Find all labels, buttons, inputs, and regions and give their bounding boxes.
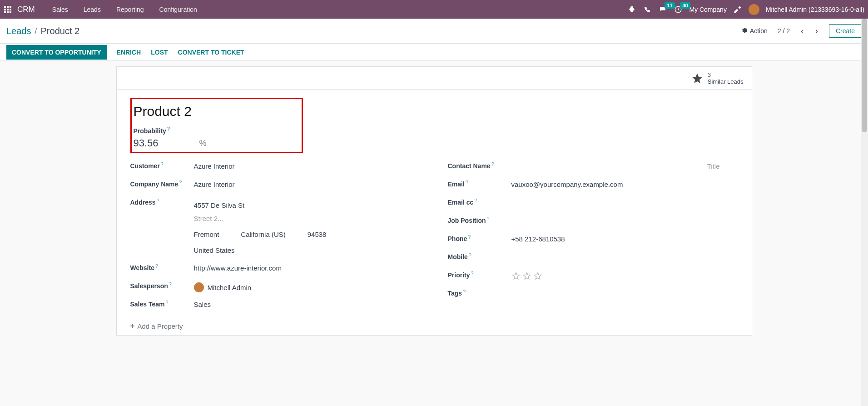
email-value[interactable]: vauxoo@yourcompany.example.com: [511, 180, 738, 188]
enrich-button[interactable]: ENRICH: [117, 49, 141, 56]
priority-stars[interactable]: [511, 271, 738, 281]
address-block[interactable]: 4557 De Silva St Street 2... Fremont Cal…: [194, 199, 421, 257]
top-nav: CRM Sales Leads Reporting Configuration …: [0, 0, 868, 19]
lead-title[interactable]: Product 2: [134, 104, 296, 119]
prev-icon[interactable]: ‹: [800, 26, 804, 36]
create-button[interactable]: Create: [829, 24, 862, 38]
address-city[interactable]: Fremont: [194, 228, 219, 241]
star-outline-icon[interactable]: [511, 271, 521, 281]
plus-icon: +: [130, 321, 135, 331]
mobile-label: Mobile?: [448, 253, 511, 261]
email-label: Email?: [448, 180, 511, 188]
highlight-box: Product 2 Probability? 93.56 %: [130, 98, 303, 153]
app-brand[interactable]: CRM: [17, 5, 35, 14]
scrollbar[interactable]: [861, 19, 868, 336]
address-state[interactable]: California (US): [241, 228, 285, 241]
probability-value[interactable]: 93.56: [134, 137, 159, 149]
user-name[interactable]: Mitchell Admin (21333693-16-0-all): [766, 6, 864, 13]
company-name-value[interactable]: Azure Interior: [194, 180, 421, 188]
tags-label: Tags?: [448, 290, 511, 297]
star-icon: [691, 72, 703, 84]
gear-icon: [741, 27, 748, 35]
phone-icon[interactable]: [643, 5, 652, 14]
activities-badge: 40: [680, 2, 690, 9]
star-outline-icon[interactable]: [522, 271, 531, 281]
probability-label: Probability?: [134, 127, 296, 135]
messages-badge: 11: [665, 2, 675, 9]
action-menu[interactable]: Action: [741, 27, 768, 35]
customer-label: Customer?: [130, 162, 194, 170]
priority-label: Priority?: [448, 271, 511, 279]
breadcrumb-parent[interactable]: Leads: [6, 26, 31, 36]
contact-name-label: Contact Name?: [448, 162, 511, 170]
lost-button[interactable]: LOST: [151, 49, 168, 56]
convert-ticket-button[interactable]: CONVERT TO TICKET: [178, 49, 244, 56]
next-icon[interactable]: ›: [814, 26, 819, 36]
pager: 2 / 2: [778, 27, 790, 35]
activities-icon[interactable]: 40: [674, 5, 683, 14]
star-outline-icon[interactable]: [533, 271, 542, 281]
avatar[interactable]: [749, 4, 759, 15]
probability-unit: %: [199, 139, 207, 148]
nav-sales[interactable]: Sales: [46, 3, 74, 16]
status-bar: CONVERT TO OPPORTUNITY ENRICH LOST CONVE…: [0, 44, 868, 61]
address-label: Address?: [130, 199, 194, 206]
subheader: Leads / Product 2 Action 2 / 2 ‹ › Creat…: [0, 19, 868, 44]
salesperson-value[interactable]: Mitchell Admin: [194, 282, 421, 292]
similar-leads-button[interactable]: 3 Similar Leads: [683, 67, 752, 89]
company-selector[interactable]: My Company: [689, 6, 726, 13]
breadcrumb-current: Product 2: [41, 26, 80, 36]
salesperson-avatar: [194, 282, 204, 292]
phone-label: Phone?: [448, 235, 511, 242]
scrollbar-thumb[interactable]: [862, 19, 867, 132]
action-label: Action: [750, 27, 768, 35]
similar-leads-label: Similar Leads: [708, 78, 744, 85]
contact-title-placeholder[interactable]: Title: [707, 162, 720, 170]
apps-icon[interactable]: [4, 5, 12, 14]
add-property-button[interactable]: + Add a Property: [130, 321, 421, 331]
sales-team-label: Sales Team?: [130, 301, 194, 308]
address-street[interactable]: 4557 De Silva St: [194, 199, 421, 212]
salesperson-label: Salesperson?: [130, 282, 194, 290]
address-street2[interactable]: Street 2...: [194, 212, 421, 225]
company-name-label: Company Name?: [130, 180, 194, 188]
website-label: Website?: [130, 264, 194, 271]
nav-reporting[interactable]: Reporting: [110, 3, 150, 16]
email-cc-label: Email cc?: [448, 199, 511, 206]
right-column: Contact Name? Title Email? vauxoo@yourco…: [448, 159, 738, 331]
job-position-label: Job Position?: [448, 217, 511, 224]
website-value[interactable]: http://www.azure-interior.com: [194, 264, 421, 272]
nav-configuration[interactable]: Configuration: [153, 3, 203, 16]
messages-icon[interactable]: 11: [658, 5, 667, 14]
nav-leads[interactable]: Leads: [77, 3, 107, 16]
breadcrumb-sep: /: [35, 26, 37, 36]
form-sheet: 3 Similar Leads Product 2 Probability? 9…: [116, 66, 752, 336]
similar-leads-count: 3: [708, 71, 744, 78]
phone-value[interactable]: +58 212-6810538: [511, 235, 738, 243]
address-zip[interactable]: 94538: [308, 228, 327, 241]
address-country[interactable]: United States: [194, 244, 421, 257]
bug-icon[interactable]: [627, 5, 636, 14]
sales-team-value[interactable]: Sales: [194, 301, 421, 308]
convert-opportunity-button[interactable]: CONVERT TO OPPORTUNITY: [6, 45, 107, 60]
tools-icon[interactable]: [733, 5, 742, 14]
customer-value[interactable]: Azure Interior: [194, 162, 421, 170]
left-column: Customer? Azure Interior Company Name? A…: [130, 159, 421, 331]
